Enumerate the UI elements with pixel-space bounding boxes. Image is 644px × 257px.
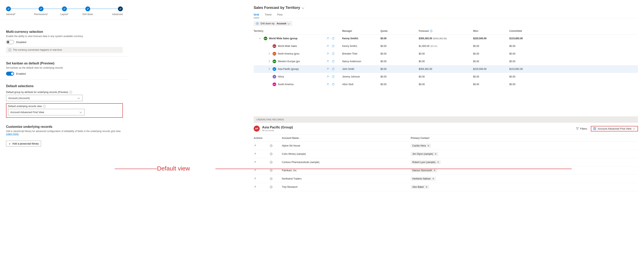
info-icon[interactable]: i xyxy=(43,105,46,108)
contact-chip[interactable]: Alex Baker✕ xyxy=(411,185,429,189)
underlying-row[interactable]: Northwind TradersHeriberto Nathan✕ xyxy=(254,175,638,183)
open-record-icon[interactable] xyxy=(254,178,270,180)
defaultview-select[interactable]: Account Advanced Find View xyxy=(8,109,84,115)
kanban-toggle[interactable] xyxy=(6,72,14,76)
add-related-icon[interactable] xyxy=(270,186,282,188)
default-view-highlight: Default underlying records view i Accoun… xyxy=(6,103,123,118)
refresh-icon[interactable] xyxy=(332,75,334,78)
contact-chip[interactable]: Heriberto Nathan✕ xyxy=(411,177,436,181)
refresh-icon[interactable] xyxy=(332,45,334,48)
open-record-icon[interactable] xyxy=(254,153,270,155)
tab-flow[interactable]: Flow xyxy=(277,12,282,18)
forecast-row[interactable]: WSWorld Wide Sales (groupKenny Smith1$0.… xyxy=(254,34,638,42)
step-general[interactable]: General* xyxy=(6,6,30,16)
info-icon[interactable]: i xyxy=(69,91,72,94)
refresh-icon[interactable] xyxy=(332,60,334,63)
territory-avatar: WE xyxy=(272,60,276,63)
forecast-row[interactable]: WSWorld Wide SalesKenny Smith1$0.00$1,00… xyxy=(254,42,638,50)
open-record-icon[interactable] xyxy=(254,161,270,164)
underlying-row[interactable]: Contoso Pharmaceuticals (sample)Robert L… xyxy=(254,158,638,166)
share-icon[interactable] xyxy=(326,75,329,78)
multi-currency-toggle[interactable] xyxy=(6,40,14,44)
open-record-icon[interactable] xyxy=(254,144,270,147)
forecast-row[interactable]: AAfricaJeremy Johnson$0.00$0.00$0.00$0.0… xyxy=(254,73,638,80)
chip-remove-icon[interactable]: ✕ xyxy=(437,161,439,164)
forecast-row[interactable]: APAsia Pacific (group)John Smith$0.00$35… xyxy=(254,65,638,73)
multi-currency-section: Multi-currency selection Enable the abil… xyxy=(0,25,129,57)
filters-button[interactable]: Filters xyxy=(576,127,587,130)
expand-icon[interactable] xyxy=(268,52,271,55)
share-icon[interactable] xyxy=(326,52,329,55)
info-icon[interactable]: i xyxy=(430,30,432,32)
cell-manager: Jeremy Johnson xyxy=(342,75,380,78)
add-related-icon[interactable] xyxy=(270,169,282,172)
add-related-icon[interactable] xyxy=(270,144,282,147)
drilldown-pill[interactable]: Drill down by: Account xyxy=(254,21,292,26)
col-contact[interactable]: Primary Contact xyxy=(411,137,638,140)
col-quota[interactable]: Quota xyxy=(380,30,419,32)
add-related-icon[interactable] xyxy=(270,161,282,164)
learn-more-link[interactable]: Learn more. xyxy=(6,133,19,136)
cell-quota: $0.00 xyxy=(380,52,419,55)
share-icon[interactable] xyxy=(326,68,329,70)
col-committed[interactable]: Committed xyxy=(509,30,542,32)
col-won[interactable]: Won xyxy=(473,30,509,32)
chevron-down-icon xyxy=(633,128,636,130)
refresh-icon[interactable] xyxy=(332,83,334,86)
add-js-library-button[interactable]: ＋ Add a javascript library xyxy=(6,141,41,146)
col-manager[interactable]: Manager xyxy=(342,30,380,32)
contact-chip[interactable]: Cacilia Viera✕ xyxy=(411,144,431,148)
underlying-grid-header: Actions Account Name ↑ Primary Contact xyxy=(254,134,638,142)
drilldown-icon xyxy=(256,22,259,25)
open-record-icon[interactable] xyxy=(254,186,270,188)
refresh-icon[interactable] xyxy=(332,37,334,40)
refresh-icon[interactable] xyxy=(332,52,334,55)
check-icon xyxy=(62,6,67,11)
col-account[interactable]: Account Name ↑ xyxy=(282,137,411,140)
expand-icon[interactable] xyxy=(259,37,262,40)
share-icon[interactable] xyxy=(326,60,329,63)
open-record-icon[interactable] xyxy=(254,169,270,172)
forecast-row[interactable]: SASouth AmericaAlton Stott$0.00$0.00$0.0… xyxy=(254,80,638,88)
view-picker-highlight[interactable]: Account Advanced Find View xyxy=(591,126,638,132)
col-actions[interactable]: Actions xyxy=(254,137,270,140)
refresh-icon[interactable] xyxy=(332,68,334,70)
contact-chip[interactable]: Jim Glynn (sample)✕ xyxy=(411,152,438,156)
expand-icon[interactable] xyxy=(268,60,271,63)
row-actions xyxy=(326,60,342,63)
cell-committed: $0.00 xyxy=(509,75,542,78)
info-text: The currency conversion happens in real-… xyxy=(13,48,62,51)
chip-remove-icon[interactable]: ✕ xyxy=(426,186,428,188)
step-permissions[interactable]: Permissions* xyxy=(30,6,53,16)
share-icon[interactable] xyxy=(326,83,329,86)
share-icon[interactable] xyxy=(326,37,329,40)
expand-icon[interactable] xyxy=(268,68,271,70)
share-icon[interactable] xyxy=(326,45,329,48)
step-drilldown[interactable]: Drill down xyxy=(76,6,100,16)
forecast-row[interactable]: NANorth America (grouBrenden Thiel$0.00$… xyxy=(254,50,638,58)
underlying-row[interactable]: Trey ResearchAlex Baker✕ xyxy=(254,183,638,191)
step-layout[interactable]: Layout* xyxy=(53,6,76,16)
chip-remove-icon[interactable]: ✕ xyxy=(428,144,430,147)
add-related-icon[interactable] xyxy=(270,177,282,180)
tab-grid[interactable]: Grid xyxy=(254,12,259,18)
check-icon xyxy=(118,6,123,11)
chip-remove-icon[interactable]: ✕ xyxy=(434,169,436,172)
groupby-select[interactable]: Account (Account) xyxy=(6,95,82,101)
chip-remove-icon[interactable]: ✕ xyxy=(432,177,434,180)
underlying-row[interactable]: Fabrikam, Inc.Haroun Stormonth✕ xyxy=(254,166,638,175)
forecast-row[interactable]: WEWestern Europe (grcNancy Andersson$0.0… xyxy=(254,58,638,65)
underlying-row[interactable]: Coho Winery (sample)Jim Glynn (sample)✕ xyxy=(254,150,638,158)
annotation-label: Default view xyxy=(157,165,190,172)
add-related-icon[interactable] xyxy=(270,152,282,155)
underlying-row[interactable]: Alpine Ski HouseCacilia Viera✕ xyxy=(254,142,638,150)
chip-remove-icon[interactable]: ✕ xyxy=(435,152,437,155)
col-territory[interactable]: Territory xyxy=(254,30,326,32)
tab-trend[interactable]: Trend xyxy=(265,12,271,18)
step-advanced[interactable]: Advanced xyxy=(100,6,123,16)
contact-chip[interactable]: Haroun Stormonth✕ xyxy=(411,168,437,172)
forecast-title-dropdown[interactable]: Sales Forecast by Territory xyxy=(254,6,638,10)
contact-chip[interactable]: Robert Lyon (sample)✕ xyxy=(411,160,441,164)
chevron-down-icon xyxy=(80,111,82,113)
col-forecast[interactable]: Forecast i xyxy=(419,30,473,32)
